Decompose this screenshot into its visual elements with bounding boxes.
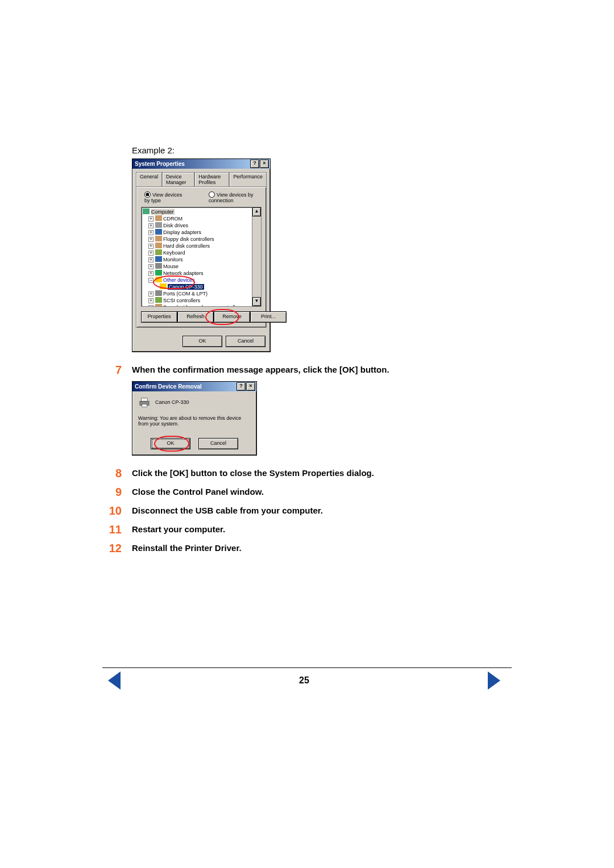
scrollbar[interactable]: ▲ ▼ [252, 207, 261, 306]
step-text: Restart your computer. [132, 523, 225, 534]
svg-rect-2 [142, 404, 147, 407]
tree-item[interactable]: Keyboard [163, 250, 185, 256]
device-row: Canon CP-330 [138, 397, 251, 407]
step-9: 9 Close the Control Panel window. [107, 486, 518, 499]
step-text: Click the [OK] button to close the Syste… [132, 467, 374, 478]
step-12: 12 Reinstall the Printer Driver. [107, 542, 518, 555]
step-number: 12 [107, 542, 122, 555]
step-text: Reinstall the Printer Driver. [132, 542, 242, 553]
step-number: 11 [107, 523, 122, 536]
remove-button[interactable]: Remove [214, 311, 250, 323]
step-10: 10 Disconnect the USB cable from your co… [107, 504, 518, 518]
device-buttons-row: Properties Refresh Remove Print... [141, 311, 262, 323]
tree-item[interactable]: Sound, video and game controllers [163, 304, 242, 307]
step-11: 11 Restart your computer. [107, 523, 518, 536]
titlebar: System Properties ? × [132, 159, 270, 169]
tree-other-devices[interactable]: Other devices [163, 277, 195, 283]
step-number: 8 [107, 467, 122, 480]
step-8: 8 Click the [OK] button to close the Sys… [107, 467, 518, 480]
step-text: Close the Control Panel window. [132, 486, 264, 496]
tree-item[interactable]: SCSI controllers [163, 298, 200, 303]
tree-item[interactable]: Display adapters [163, 229, 201, 235]
ok-button[interactable]: OK [151, 438, 190, 449]
tree-item[interactable]: Floppy disk controllers [163, 236, 214, 242]
page: Example 2: System Properties ? × General… [0, 0, 614, 868]
dialog-footer: OK Cancel [132, 331, 270, 352]
system-properties-dialog: System Properties ? × General Device Man… [132, 158, 271, 352]
refresh-button[interactable]: Refresh [177, 311, 214, 323]
warning-text: Warning: You are about to remove this de… [138, 415, 251, 427]
titlebar: Confirm Device Removal ? × [132, 382, 256, 391]
tab-device-manager[interactable]: Device Manager [162, 172, 194, 186]
step-number: 9 [107, 486, 122, 499]
confirm-removal-dialog: Confirm Device Removal ? × Canon CP-330 … [132, 381, 257, 456]
printer-icon [138, 397, 151, 407]
svg-rect-1 [142, 398, 148, 401]
tab-general[interactable]: General [136, 172, 162, 186]
tree-item[interactable]: Ports (COM & LPT) [163, 291, 208, 297]
dialog-title: System Properties [135, 161, 185, 167]
view-mode-radios: View devices by type View devices by con… [141, 191, 262, 203]
step-number: 7 [107, 364, 122, 377]
help-button[interactable]: ? [237, 382, 246, 391]
dialog-title: Confirm Device Removal [135, 383, 202, 390]
tab-hardware-profiles[interactable]: Hardware Profiles [194, 172, 229, 186]
print-button[interactable]: Print... [250, 311, 287, 323]
radio-by-type[interactable]: View devices by type [144, 191, 186, 203]
tab-panel: View devices by type View devices by con… [136, 186, 267, 328]
page-footer: 25 [102, 667, 512, 690]
cancel-button[interactable]: Cancel [198, 438, 238, 449]
scroll-up-button[interactable]: ▲ [252, 207, 261, 216]
cancel-button[interactable]: Cancel [226, 336, 265, 347]
tree-item[interactable]: Monitors [163, 257, 183, 262]
next-page-arrow[interactable] [488, 671, 500, 690]
tree-item[interactable]: Network adapters [163, 270, 204, 276]
tab-performance[interactable]: Performance [229, 172, 267, 186]
tab-strip: General Device Manager Hardware Profiles… [132, 169, 270, 186]
tree-item[interactable]: Mouse [163, 264, 179, 269]
step-7: 7 When the confirmation message appears,… [107, 364, 518, 377]
step-text: Disconnect the USB cable from your compu… [132, 504, 323, 515]
step-text: When the confirmation message appears, c… [132, 364, 389, 374]
page-number: 25 [299, 675, 309, 686]
radio-by-connection[interactable]: View devices by connection [209, 191, 262, 203]
titlebar-controls: ? × [237, 382, 255, 391]
example-label: Example 2: [132, 145, 518, 155]
close-button[interactable]: × [260, 160, 269, 168]
tree-item[interactable]: Hard disk controllers [163, 243, 210, 249]
titlebar-controls: ? × [250, 160, 269, 168]
prev-page-arrow[interactable] [108, 671, 121, 690]
tree-item[interactable]: CDROM [163, 216, 182, 222]
device-name: Canon CP-330 [155, 399, 189, 405]
tree-selected-device[interactable]: Canon CP-330 [168, 284, 204, 290]
help-button[interactable]: ? [250, 160, 259, 168]
tree-root[interactable]: Computer [151, 209, 175, 215]
properties-button[interactable]: Properties [141, 311, 177, 323]
tree-item[interactable]: Disk drives [163, 223, 188, 228]
content-area: Example 2: System Properties ? × General… [132, 145, 518, 555]
step-number: 10 [107, 504, 122, 518]
ok-button[interactable]: OK [182, 336, 222, 347]
scroll-down-button[interactable]: ▼ [252, 297, 261, 306]
close-button[interactable]: × [246, 382, 255, 391]
confirm-body: Canon CP-330 Warning: You are about to r… [132, 391, 256, 455]
device-tree[interactable]: Computer +CDROM +Disk drives +Display ad… [141, 207, 262, 307]
